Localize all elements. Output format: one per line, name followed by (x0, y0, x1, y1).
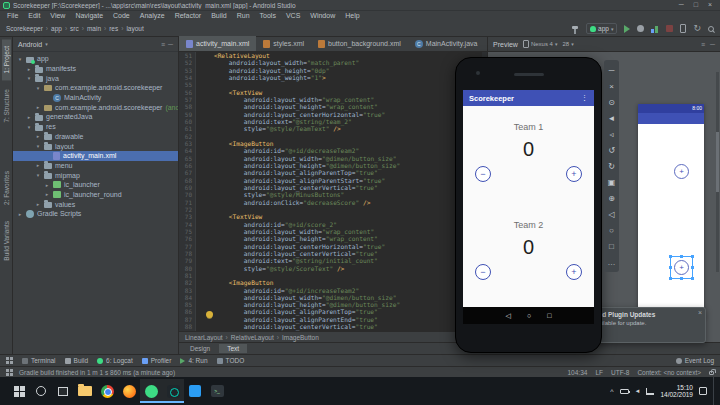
line-number-70[interactable]: 70 (179, 191, 192, 198)
breadcrumb-src[interactable]: src (70, 25, 79, 32)
tree-expand-icon[interactable]: ▸ (35, 133, 41, 139)
line-number-55[interactable]: 55 (179, 81, 192, 88)
code-line-71[interactable]: android:onClick="decreaseScore" /> (199, 199, 482, 206)
overview-icon[interactable]: □ (604, 238, 619, 254)
home-icon[interactable]: ○ (527, 312, 531, 319)
tree-item-generatedjava[interactable]: ▸generatedJava (13, 112, 178, 122)
code-line-72[interactable] (199, 206, 482, 213)
emulator-screen[interactable]: Scorekeeper ⋮ Team 1 0 − + Team 2 0 − + … (463, 90, 594, 324)
maximize-window-icon[interactable]: □ (689, 0, 703, 10)
code-line-54[interactable]: android:layout_weight="1"> (199, 74, 482, 81)
menu-tools[interactable]: Tools (255, 11, 281, 21)
team1-plus-button[interactable]: + (566, 166, 582, 182)
tool-window-button-profiler[interactable]: Profiler (142, 357, 172, 364)
avd-manager-icon[interactable] (680, 23, 686, 34)
tree-expand-icon[interactable]: ▸ (44, 191, 50, 197)
breadcrumb-main[interactable]: main (87, 25, 101, 32)
code-line-74[interactable]: android:id="@+id/score_2" (199, 221, 482, 228)
code-line-83[interactable]: android:id="@+id/increaseTeam2" (199, 287, 482, 294)
volume-up-icon[interactable]: ◄ (604, 110, 619, 126)
line-number-67[interactable]: 67 (179, 169, 192, 176)
line-number-56[interactable]: 56 (179, 89, 192, 96)
code-line-87[interactable]: android:layout_alignParentEnd="true" (199, 316, 482, 323)
mode-tab-design[interactable]: Design (182, 344, 218, 353)
tool-strip-build-variants[interactable]: Build Variants (2, 214, 11, 268)
tool-window-switcher-icon[interactable] (6, 369, 13, 376)
selection-handle[interactable] (691, 277, 694, 280)
code-line-81[interactable] (199, 272, 482, 279)
line-number-66[interactable]: 66 (179, 162, 192, 169)
rotate-left-icon[interactable]: ↺ (604, 142, 619, 158)
tree-item-drawable[interactable]: ▸drawable (13, 132, 178, 142)
line-number-58[interactable]: 58 (179, 103, 192, 110)
tree-item-mainactivity[interactable]: MainActivity (13, 93, 178, 103)
line-number-69[interactable]: 69 (179, 184, 192, 191)
run-configuration-selector[interactable]: app▾ (586, 23, 617, 34)
run-icon[interactable] (624, 23, 630, 34)
taskbar-firefox-icon[interactable] (118, 379, 140, 403)
battery-icon[interactable] (620, 389, 629, 394)
network-icon[interactable] (646, 388, 654, 395)
project-view-selector[interactable]: Android (18, 41, 42, 48)
profiler-icon[interactable] (651, 23, 659, 34)
team2-plus-button[interactable]: + (566, 264, 582, 280)
action-center-icon[interactable] (699, 387, 707, 395)
tree-expand-icon[interactable]: ▸ (17, 211, 23, 217)
tree-collapse-icon[interactable]: ▾ (35, 172, 41, 178)
code-line-57[interactable]: android:layout_width="wrap_content" (199, 96, 482, 103)
tree-expand-icon[interactable]: ▸ (26, 66, 32, 72)
tray-expand-icon[interactable]: ^ (610, 388, 613, 395)
tree-item-menu[interactable]: ▸menu (13, 161, 178, 171)
search-icon[interactable] (708, 23, 714, 34)
line-number-73[interactable]: 73 (179, 213, 192, 220)
build-hammer-icon[interactable] (571, 23, 579, 34)
tree-item-manifests[interactable]: ▸manifests (13, 64, 178, 74)
menu-help[interactable]: Help (340, 11, 364, 21)
line-number-88[interactable]: 88 (179, 323, 192, 330)
code-line-52[interactable]: android:layout_width="match_parent" (199, 59, 482, 66)
overflow-menu-icon[interactable]: ⋮ (581, 94, 588, 102)
taskbar-browser-icon[interactable] (96, 379, 118, 403)
tool-strip-1-project[interactable]: 1: Project (2, 39, 11, 80)
line-number-59[interactable]: 59 (179, 111, 192, 118)
code-line-67[interactable]: android:layout_alignParentTop="true" (199, 169, 482, 176)
code-line-76[interactable]: android:layout_height="wrap_content" (199, 235, 482, 242)
tab-styles-xml[interactable]: styles.xml (256, 36, 311, 51)
preview-settings-icon[interactable]: ≡ (701, 41, 705, 48)
taskbar-vscode-icon[interactable] (184, 379, 206, 403)
taskbar-start-button[interactable] (8, 379, 30, 403)
menu-refactor[interactable]: Refactor (170, 11, 206, 21)
selection-handle[interactable] (669, 266, 672, 269)
menu-file[interactable]: File (2, 11, 23, 21)
taskbar-task-view-button[interactable] (52, 379, 74, 403)
intention-bulb-icon[interactable] (206, 311, 213, 318)
code-line-53[interactable]: android:layout_height="0dp" (199, 67, 482, 74)
tool-window-button-4-run[interactable]: 4: Run (180, 357, 207, 364)
code-line-69[interactable]: android:layout_centerVertical="true" (199, 184, 482, 191)
code-editor[interactable]: 5152535455565758596061626364656667686970… (179, 52, 487, 331)
tree-item-ic-launcher-round[interactable]: ▸ic_launcher_round (13, 190, 178, 200)
line-number-51[interactable]: 51 (179, 52, 192, 59)
tool-window-grid-icon[interactable] (6, 357, 13, 364)
show-desktop-button[interactable] (713, 377, 716, 405)
line-number-82[interactable]: 82 (179, 279, 192, 286)
code-line-66[interactable]: android:layout_height="@dimen/button_siz… (199, 162, 482, 169)
line-number-53[interactable]: 53 (179, 67, 192, 74)
back-icon[interactable]: ◁ (604, 206, 619, 222)
breadcrumb-res[interactable]: res (109, 25, 118, 32)
code-line-64[interactable]: android:id="@+id/decreaseTeam2" (199, 147, 482, 154)
line-number-80[interactable]: 80 (179, 265, 192, 272)
selection-handle[interactable] (691, 255, 694, 258)
tool-strip-7-structure[interactable]: 7: Structure (2, 82, 11, 130)
tree-expand-icon[interactable]: ▸ (35, 104, 41, 110)
code-line-58[interactable]: android:layout_height="wrap_content" (199, 103, 482, 110)
taskbar-search-button[interactable] (30, 379, 52, 403)
zoom-icon[interactable]: ⊕ (604, 190, 619, 206)
preview-scrollbar-thumb[interactable] (716, 132, 719, 192)
tree-collapse-icon[interactable]: ▾ (35, 143, 41, 149)
home-icon[interactable]: ○ (604, 222, 619, 238)
taskbar-clock[interactable]: 15:10 14/02/2019 (660, 384, 693, 399)
taskbar-terminal-icon[interactable]: >_ (206, 379, 228, 403)
menu-vcs[interactable]: VCS (281, 11, 305, 21)
menu-edit[interactable]: Edit (23, 11, 45, 21)
